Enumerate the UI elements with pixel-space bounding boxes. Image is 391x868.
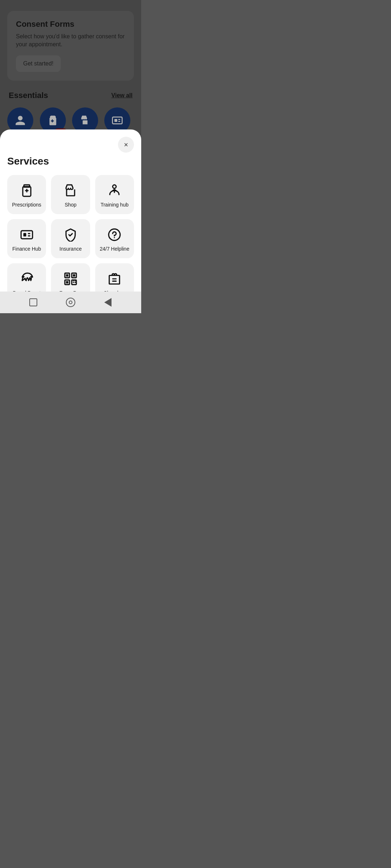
service-insurance[interactable]: Insurance bbox=[51, 219, 90, 258]
finance-service-label: Finance Hub bbox=[12, 246, 41, 252]
svg-rect-25 bbox=[75, 280, 76, 281]
svg-point-15 bbox=[114, 237, 115, 238]
helpline-service-icon bbox=[108, 228, 121, 242]
helpline-service-label: 24/7 Helpline bbox=[100, 246, 129, 252]
prescriptions-service-label: Prescriptions bbox=[12, 202, 41, 208]
svg-rect-21 bbox=[73, 274, 75, 276]
finance-service-icon bbox=[20, 228, 34, 242]
modal-overlay: × Services Prescriptions Shop bbox=[0, 0, 141, 313]
service-training[interactable]: Training hub bbox=[95, 175, 134, 214]
nav-back-button[interactable] bbox=[28, 297, 39, 308]
training-service-icon bbox=[108, 184, 121, 197]
service-helpline[interactable]: 24/7 Helpline bbox=[95, 219, 134, 258]
nav-home-icon bbox=[66, 298, 75, 307]
svg-rect-26 bbox=[75, 282, 76, 283]
nav-home-button[interactable] bbox=[65, 297, 76, 308]
prescription-service-icon bbox=[20, 184, 34, 197]
sharpbox-service-icon bbox=[108, 272, 121, 286]
nav-back-icon bbox=[104, 298, 112, 307]
svg-rect-23 bbox=[73, 282, 74, 283]
services-grid: Prescriptions Shop Training hub bbox=[7, 175, 134, 302]
svg-rect-24 bbox=[73, 280, 74, 281]
svg-rect-22 bbox=[66, 281, 68, 283]
navigation-bar bbox=[0, 292, 141, 313]
facespay-service-icon bbox=[64, 272, 77, 286]
nav-recent-button[interactable] bbox=[102, 297, 113, 308]
nav-square-icon bbox=[29, 298, 37, 306]
services-modal: × Services Prescriptions Shop bbox=[0, 129, 141, 313]
svg-rect-27 bbox=[109, 276, 120, 284]
service-finance[interactable]: Finance Hub bbox=[7, 219, 46, 258]
svg-rect-10 bbox=[21, 231, 33, 239]
service-prescriptions[interactable]: Prescriptions bbox=[7, 175, 46, 214]
training-service-label: Training hub bbox=[101, 202, 129, 208]
service-shop[interactable]: Shop bbox=[51, 175, 90, 214]
shop-service-label: Shop bbox=[65, 202, 77, 208]
svg-rect-20 bbox=[66, 274, 68, 276]
insurance-service-icon bbox=[64, 228, 77, 242]
svg-point-8 bbox=[113, 185, 117, 188]
modal-header: × bbox=[7, 137, 134, 153]
boost-service-icon bbox=[20, 272, 34, 286]
modal-title: Services bbox=[7, 156, 134, 167]
shop-service-icon bbox=[64, 184, 77, 197]
close-button[interactable]: × bbox=[118, 137, 134, 153]
insurance-service-label: Insurance bbox=[59, 246, 81, 252]
svg-rect-11 bbox=[23, 233, 26, 237]
